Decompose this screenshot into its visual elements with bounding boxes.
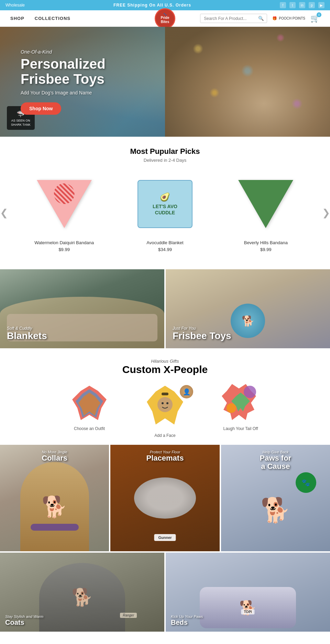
cart-badge: 0 <box>317 12 321 17</box>
product-image-1 <box>33 173 95 235</box>
coats-block[interactable]: 🐕 Ranger Stay Stylish and Warm Coats <box>0 553 164 632</box>
products-row: Watermelon Daiquiri Bandana $9.99 🥑 LET'… <box>14 170 316 256</box>
youtube-icon[interactable]: ▶ <box>318 2 324 8</box>
beds-block[interactable]: 🐕 TOPI Kick Up Your Paws Beds <box>166 553 330 632</box>
pooch-points-label: POOCH POINTS <box>279 16 305 20</box>
product-card-3[interactable]: Beverly Hills Bandana $9.99 <box>228 173 304 252</box>
category-two-col: Soft & Cuddly Blankets 🐕 Just For You Fr… <box>0 269 330 348</box>
blankets-title: Blankets <box>7 331 47 341</box>
beds-overlay: Kick Up Your Paws Beds <box>171 614 203 626</box>
frisbee-title: Frisbee Toys <box>173 331 231 341</box>
product-price-1: $9.99 <box>26 247 102 252</box>
coats-sub: Stay Stylish and Warm <box>5 614 43 619</box>
product-price-3: $9.99 <box>228 247 304 252</box>
product-image-2: 🥑 LET'S AVO CUDDLE <box>134 173 196 235</box>
frisbee-overlay: Just For You Frisbee Toys <box>173 326 231 341</box>
product-card-2[interactable]: 🥑 LET'S AVO CUDDLE Avocuddle Blanket $34… <box>127 173 203 252</box>
product-name-1: Watermelon Daiquiri Bandana <box>26 240 102 245</box>
carousel-arrow-left[interactable]: ❮ <box>0 207 8 218</box>
twitter-icon[interactable]: t <box>289 2 296 8</box>
hero-description: Add Your Dog's Image and Name <box>21 90 106 95</box>
beds-label: TOPI <box>241 609 254 614</box>
blankets-overlay: Soft & Cuddly Blankets <box>7 326 47 341</box>
shipping-notice: FREE Shipping On All U.S. Orders <box>25 3 280 8</box>
hero-dog-image <box>165 27 330 137</box>
xpeople-img-1 <box>62 382 117 423</box>
xpeople-img-2: 👤 <box>131 382 199 430</box>
nav-logo[interactable]: 🐾PrideBites <box>155 8 175 29</box>
custom-item-2[interactable]: 👤 Add a Face <box>131 382 199 438</box>
custom-title: Custom X-People <box>7 364 323 375</box>
collections-link[interactable]: COLLECTIONS <box>35 16 70 21</box>
avocuddle-img: 🥑 LET'S AVO CUDDLE <box>138 180 192 228</box>
placemat-label: Gunner <box>154 534 176 541</box>
nav-right: 🔍 🎁 POOCH POINTS 🛒 0 <box>200 14 320 23</box>
beds-sub: Kick Up Your Paws <box>171 614 203 619</box>
product-name-2: Avocuddle Blanket <box>127 240 203 245</box>
social-icons: f t in p ▶ <box>280 2 324 8</box>
hero-title: Personalized Frisbee Toys <box>21 56 106 87</box>
instagram-icon[interactable]: in <box>299 2 305 8</box>
carousel: ❮ Watermelon Daiquiri Bandana $9.99 <box>0 170 330 256</box>
product-card-1[interactable]: Watermelon Daiquiri Bandana $9.99 <box>26 173 102 252</box>
custom-label-1: Choose an Outfit <box>62 426 117 431</box>
custom-item-1[interactable]: Choose an Outfit <box>62 382 117 431</box>
custom-label-2: Add a Face <box>131 433 199 438</box>
custom-xpeople-section: Hilarious Gifts Custom X-People Choose a… <box>0 348 330 445</box>
search-input[interactable] <box>200 14 255 23</box>
placemats-title: Placemats <box>110 454 219 462</box>
product-image-3 <box>235 173 297 235</box>
product-name-3: Beverly Hills Bandana <box>228 240 304 245</box>
facebook-icon[interactable]: f <box>280 2 286 8</box>
pooch-points-link[interactable]: 🎁 POOCH POINTS <box>272 16 305 21</box>
pinterest-icon[interactable]: p <box>309 2 315 8</box>
avo-text: LET'S AVO CUDDLE <box>153 203 177 216</box>
coats-overlay: Stay Stylish and Warm Coats <box>5 614 43 626</box>
wholesale-link[interactable]: Wholesale <box>6 3 25 8</box>
svg-point-10 <box>244 386 256 398</box>
carousel-arrow-right[interactable]: ❯ <box>322 207 330 218</box>
last-row: 🐕 Ranger Stay Stylish and Warm Coats 🐕 T… <box>0 553 330 632</box>
paws-title: Paws for a Cause <box>221 454 330 471</box>
search-bar[interactable]: 🔍 <box>200 14 267 23</box>
svg-rect-7 <box>162 393 168 395</box>
popular-picks-section: Most Pupular Picks Delivered in 2-4 Days… <box>0 137 330 256</box>
xpeople-img-3 <box>213 382 268 423</box>
svg-point-6 <box>166 402 168 404</box>
hero-shop-button[interactable]: Shop Now <box>21 102 61 115</box>
collars-overlay: No More Jingle Collars <box>0 450 109 462</box>
frisbee-category[interactable]: 🐕 Just For You Frisbee Toys <box>166 269 330 348</box>
gift-icon: 🎁 <box>272 16 277 21</box>
blankets-category[interactable]: Soft & Cuddly Blankets <box>0 269 164 348</box>
collars-title: Collars <box>0 454 109 462</box>
search-button[interactable]: 🔍 <box>255 14 267 23</box>
popular-subtitle: Delivered in 2-4 Days <box>0 158 330 163</box>
custom-items-row: Choose an Outfit 👤 Add a Face <box>7 382 323 438</box>
logo-circle: 🐾PrideBites <box>155 8 175 29</box>
paws-overlay: Help Give Back Paws for a Cause <box>221 450 330 471</box>
custom-label-3: Laugh Your Tail Off <box>213 426 268 431</box>
coats-title: Coats <box>5 619 43 626</box>
collars-block[interactable]: 🐕 No More Jingle Collars <box>0 445 109 551</box>
paws-block[interactable]: 🐕 🐾 Help Give Back Paws for a Cause <box>221 445 330 551</box>
product-price-2: $34.99 <box>127 247 203 252</box>
custom-item-3[interactable]: Laugh Your Tail Off <box>213 382 268 431</box>
beds-title: Beds <box>171 619 203 626</box>
hero-subtitle: One-Of-a-Kind <box>21 49 106 55</box>
nav-left: SHOP COLLECTIONS <box>10 16 70 21</box>
cart-button[interactable]: 🛒 0 <box>310 14 320 23</box>
svg-point-4 <box>157 397 173 412</box>
placemats-block[interactable]: Gunner Protect Your Floor Placemats <box>110 445 219 551</box>
hero-banner: One-Of-a-Kind Personalized Frisbee Toys … <box>0 27 330 137</box>
shop-link[interactable]: SHOP <box>10 16 24 21</box>
svg-point-11 <box>227 403 236 413</box>
bottom-grid: 🐕 No More Jingle Collars Gunner Protect … <box>0 445 330 551</box>
navbar: SHOP COLLECTIONS 🐾PrideBites 🔍 🎁 POOCH P… <box>0 10 330 27</box>
placemats-overlay: Protect Your Floor Placemats <box>110 450 219 462</box>
custom-sub: Hilarious Gifts <box>7 359 323 364</box>
svg-point-5 <box>162 402 164 404</box>
hero-content: One-Of-a-Kind Personalized Frisbee Toys … <box>0 35 126 128</box>
popular-title: Most Pupular Picks <box>0 137 330 158</box>
